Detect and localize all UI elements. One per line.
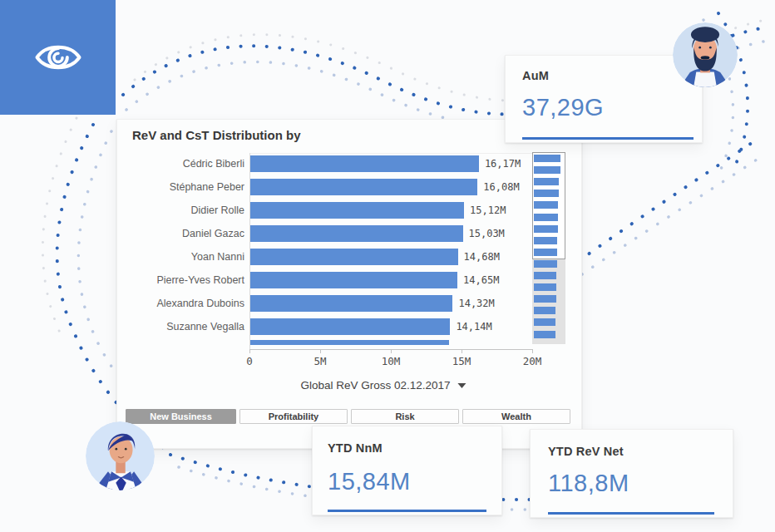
kpi-card-ytd-rev-net: YTD ReV Net 118,8M — [530, 429, 733, 518]
tab-profitability[interactable]: Profitability — [239, 409, 348, 424]
kpi-title: YTD ReV Net — [548, 445, 624, 458]
bar-chart-card: ReV and CsT Distribution by Cédric Biber… — [116, 119, 582, 449]
navigator-bar — [534, 225, 558, 233]
x-axis-tick-label: 5M — [313, 355, 326, 367]
bar[interactable] — [250, 272, 457, 288]
kpi-card-ytd-nnm: YTD NnM 15,84M — [312, 426, 502, 515]
navigator-bar — [534, 237, 557, 244]
bar-value-label: 15,03M — [469, 225, 505, 242]
kpi-accent-underline — [522, 137, 694, 140]
caret-down-icon — [458, 383, 466, 388]
bar-value-label: 14,68M — [464, 249, 500, 265]
tab-risk[interactable]: Risk — [351, 409, 459, 424]
navigator-bar — [534, 178, 559, 185]
plot-top-border — [250, 153, 533, 154]
dotted-curve — [579, 143, 752, 261]
x-axis-tick-label: 15M — [452, 355, 471, 367]
bar-partial[interactable] — [250, 340, 449, 345]
bar[interactable] — [250, 295, 452, 312]
kpi-title: YTD NnM — [328, 441, 383, 455]
bar-row-label: Suzanne Vegalla — [117, 320, 244, 333]
tab-wealth[interactable]: Wealth — [462, 409, 570, 424]
bar-value-label: 14,32M — [458, 295, 494, 312]
dotted-curve — [42, 118, 77, 332]
bar-value-label: 15,12M — [470, 202, 506, 219]
dimension-selector-label: Global ReV Gross 02.12.2017 — [300, 379, 450, 392]
chart-title: ReV and CsT Distribution by — [132, 128, 301, 142]
navigator-bar — [534, 201, 558, 209]
navigator-bar — [534, 283, 556, 291]
x-axis-tick — [462, 349, 462, 353]
brand-logo-square — [0, 0, 116, 115]
tab-new-business[interactable]: New Business — [126, 409, 236, 424]
bar[interactable] — [250, 249, 458, 265]
bearded-man-avatar — [673, 22, 738, 87]
bar-row-label: Yoan Nanni — [117, 250, 244, 264]
navigator-bar — [534, 318, 555, 326]
bar[interactable] — [250, 155, 479, 172]
kpi-title: AuM — [522, 69, 549, 82]
bar-row-label: Cédric Biberli — [117, 157, 244, 170]
kpi-value: 37,29G — [522, 94, 604, 121]
navigator-bar — [534, 295, 556, 303]
x-axis-tick — [249, 349, 250, 353]
bar-row-label: Pierre-Yves Robert — [117, 273, 244, 287]
bar-value-label: 14,14M — [456, 318, 491, 335]
kpi-value: 15,84M — [328, 468, 411, 495]
x-axis-tick-label: 10M — [382, 355, 401, 367]
x-axis-tick-label: 20M — [523, 355, 542, 367]
bar[interactable] — [250, 202, 464, 219]
x-axis-tick — [391, 349, 392, 353]
x-axis-tick — [320, 349, 321, 353]
navigator-bar — [534, 260, 557, 268]
bar[interactable] — [250, 179, 477, 195]
navigator-bar — [534, 272, 556, 279]
x-axis-tick — [532, 349, 533, 353]
navigator-bar — [534, 190, 559, 197]
navigator-bar — [534, 155, 560, 162]
young-man-avatar — [86, 421, 155, 490]
bar-row-label: Alexandra Duboins — [117, 297, 244, 310]
bar-row-label: Didier Rolle — [117, 204, 244, 217]
kpi-accent-underline — [548, 512, 714, 515]
kpi-card-aum: AuM 37,29G — [505, 55, 703, 143]
navigator-bar — [534, 307, 555, 314]
dimension-selector[interactable]: Global ReV Gross 02.12.2017 — [300, 379, 466, 392]
navigator-bar — [534, 331, 555, 338]
navigator-bar — [534, 214, 558, 221]
bar-value-label: 16,08M — [483, 179, 519, 195]
bar[interactable] — [250, 318, 450, 335]
navigator-bar — [534, 166, 560, 174]
x-axis-tick-label: 0 — [246, 355, 253, 367]
bar-row-label: Daniel Gazac — [117, 227, 244, 240]
chart-scroll-navigator[interactable] — [532, 152, 565, 344]
kpi-accent-underline — [328, 510, 486, 512]
bar[interactable] — [250, 225, 463, 242]
eye-icon — [32, 38, 84, 76]
bar-value-label: 14,65M — [463, 272, 499, 288]
bar-row-label: Stéphane Peber — [117, 180, 244, 194]
navigator-bar — [534, 249, 557, 256]
kpi-value: 118,8M — [548, 470, 629, 497]
dotted-curve — [582, 160, 757, 274]
bar-value-label: 16,17M — [485, 155, 521, 172]
